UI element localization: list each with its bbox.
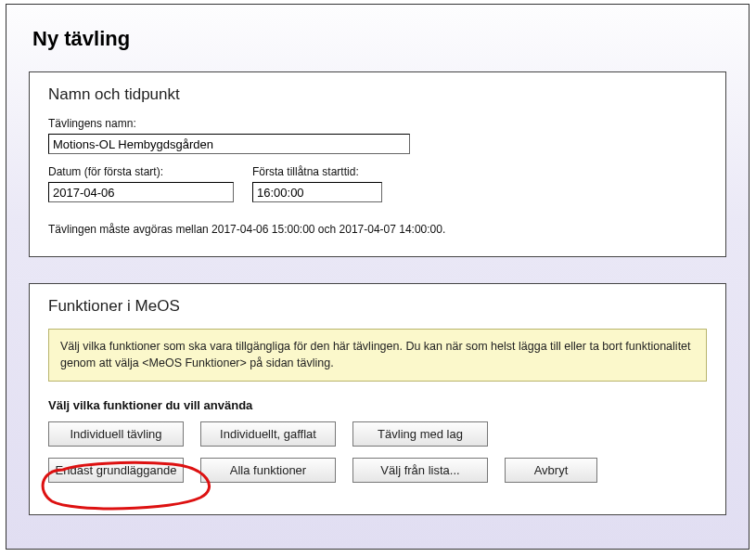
- cancel-button[interactable]: Avbryt: [505, 458, 597, 483]
- basic-only-button[interactable]: Endast grundläggande: [48, 458, 184, 483]
- functions-panel-title: Funktioner i MeOS: [48, 297, 707, 316]
- date-label: Datum (för första start):: [48, 165, 234, 178]
- new-competition-window: Ny tävling Namn och tidpunkt Tävlingens …: [6, 4, 750, 550]
- functions-button-row-2: Endast grundläggande Alla funktioner Väl…: [48, 458, 707, 483]
- functions-subheading: Välj vilka funktioner du vill använda: [48, 398, 707, 412]
- individual-competition-button[interactable]: Individuell tävling: [48, 421, 184, 447]
- competition-name-label: Tävlingens namn:: [48, 117, 707, 130]
- pick-from-list-button[interactable]: Välj från lista...: [352, 458, 488, 483]
- time-range-note: Tävlingen måste avgöras mellan 2017-04-0…: [48, 223, 707, 236]
- functions-info-box: Välj vilka funktioner som ska vara tillg…: [48, 329, 707, 382]
- functions-panel: Funktioner i MeOS Välj vilka funktioner …: [29, 283, 726, 515]
- name-time-panel-title: Namn och tidpunkt: [48, 85, 707, 104]
- start-time-input[interactable]: [252, 182, 382, 202]
- date-input[interactable]: [48, 182, 234, 202]
- competition-name-input[interactable]: [48, 134, 410, 154]
- functions-button-row-1: Individuell tävling Individuellt, gaffla…: [48, 421, 707, 447]
- start-time-label: Första tillåtna starttid:: [252, 165, 382, 178]
- team-competition-button[interactable]: Tävling med lag: [352, 421, 488, 447]
- individual-forked-button[interactable]: Individuellt, gafflat: [200, 421, 336, 447]
- all-functions-button[interactable]: Alla funktioner: [200, 458, 336, 483]
- page-title: Ny tävling: [32, 27, 726, 51]
- name-time-panel: Namn och tidpunkt Tävlingens namn: Datum…: [29, 71, 726, 257]
